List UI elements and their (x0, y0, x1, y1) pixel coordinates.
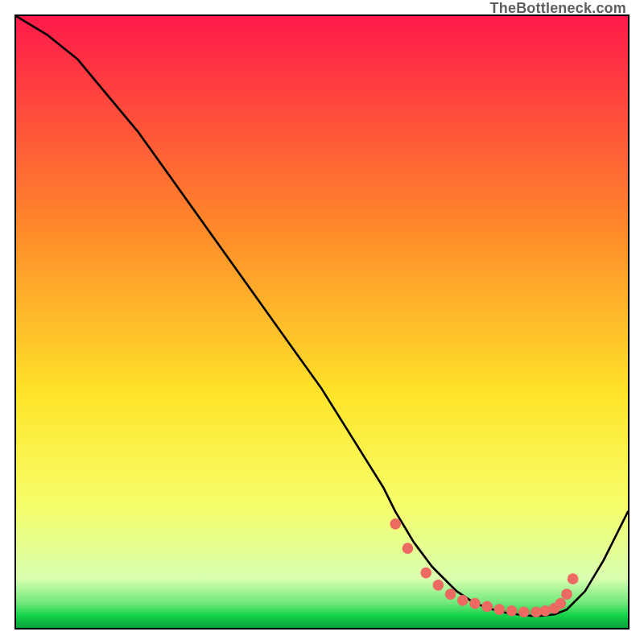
dot-icon (481, 601, 493, 613)
dot-icon (433, 580, 444, 591)
dot-icon (561, 588, 572, 600)
dot-icon (420, 568, 431, 579)
plot-area (14, 14, 630, 630)
dot-icon (518, 606, 530, 617)
dot-icon (506, 605, 518, 617)
dot-icon (568, 573, 579, 584)
dot-icon (402, 543, 414, 554)
dot-icon (457, 595, 469, 606)
curve-layer (16, 16, 628, 628)
dot-icon (494, 604, 506, 615)
dot-icon (390, 518, 401, 530)
dot-icon (555, 598, 567, 609)
highlight-dots (390, 518, 578, 617)
dot-icon (445, 588, 456, 600)
dot-icon (469, 598, 481, 609)
bottleneck-curve (16, 16, 628, 616)
chart-stage: TheBottleneck.com (0, 0, 644, 644)
